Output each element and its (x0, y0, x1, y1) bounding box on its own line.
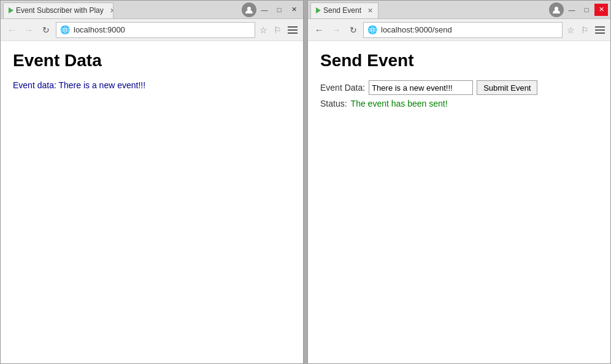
hamburger-icon-2 (595, 26, 605, 34)
tab-2[interactable]: Send Event ✕ (310, 2, 379, 18)
minimize-btn-2[interactable]: — (565, 4, 578, 16)
menu-btn-1[interactable] (286, 23, 299, 37)
user-icon-2 (549, 2, 564, 17)
submit-event-button[interactable]: Submit Event (477, 80, 537, 95)
title-bar-2: Send Event ✕ — □ ✕ (308, 1, 610, 19)
back-btn-1[interactable]: ← (4, 23, 19, 37)
address-text-1: localhost:9000 (74, 25, 125, 34)
page-title-2: Send Event (320, 51, 598, 70)
star-icon-2[interactable]: ☆ (565, 25, 577, 35)
title-bar-controls-1: — □ ✕ (242, 2, 301, 17)
event-value-1: There is a new event!!! (58, 80, 145, 90)
page-content-1: Event Data Event data: There is a new ev… (1, 41, 303, 363)
status-row: Status: The event has been sent! (320, 99, 598, 108)
globe-icon-1: 🌐 (60, 25, 70, 34)
address-text-2: localhost:9000/send (381, 25, 452, 34)
menu-btn-2[interactable] (593, 23, 607, 37)
forward-btn-2[interactable]: → (329, 23, 344, 37)
forward-btn-1[interactable]: → (21, 23, 36, 37)
reload-btn-2[interactable]: ↻ (346, 23, 361, 37)
form-row-1: Event Data: Submit Event (320, 80, 598, 95)
close-btn-1[interactable]: ✕ (287, 4, 301, 16)
browser-window-2: Send Event ✕ — □ ✕ ← → ↻ 🌐 localhost:900… (307, 0, 611, 364)
hamburger-icon-1 (288, 26, 298, 34)
title-bar-controls-2: — □ ✕ (549, 2, 608, 17)
address-bar-2[interactable]: 🌐 localhost:9000/send (363, 22, 563, 38)
back-btn-2[interactable]: ← (312, 23, 326, 37)
bookmark-icon-1[interactable]: ⚐ (272, 25, 283, 35)
title-bar-1: Event Subscriber with Play ✕ — □ ✕ (1, 1, 303, 19)
play-icon-2 (316, 7, 321, 13)
user-icon-1 (242, 2, 256, 17)
maximize-btn-1[interactable]: □ (272, 4, 286, 16)
star-icon-1[interactable]: ☆ (258, 25, 269, 35)
play-icon-1 (9, 7, 13, 13)
tab-close-1[interactable]: ✕ (110, 7, 113, 15)
bookmark-icon-2[interactable]: ⚐ (579, 25, 591, 35)
status-label: Status: (320, 99, 347, 108)
maximize-btn-2[interactable]: □ (580, 4, 593, 16)
browser-window-1: Event Subscriber with Play ✕ — □ ✕ ← → ↻… (0, 0, 304, 364)
address-bar-1[interactable]: 🌐 localhost:9000 (56, 22, 255, 38)
status-value: The event has been sent! (351, 99, 448, 108)
tab-label-2: Send Event (323, 6, 361, 15)
tab-label-1: Event Subscriber with Play (16, 6, 104, 15)
minimize-btn-1[interactable]: — (258, 4, 271, 16)
close-btn-2[interactable]: ✕ (594, 4, 608, 16)
reload-btn-1[interactable]: ↻ (39, 23, 53, 37)
nav-bar-1: ← → ↻ 🌐 localhost:9000 ☆ ⚐ (1, 19, 303, 41)
event-label-1: Event data: (13, 80, 58, 90)
event-data-label: Event Data: (320, 83, 365, 93)
tab-close-2[interactable]: ✕ (367, 7, 373, 15)
tab-1[interactable]: Event Subscriber with Play ✕ (3, 2, 113, 18)
page-title-1: Event Data (13, 51, 291, 70)
page-content-2: Send Event Event Data: Submit Event Stat… (308, 41, 610, 363)
event-data-input[interactable] (369, 80, 473, 95)
nav-bar-2: ← → ↻ 🌐 localhost:9000/send ☆ ⚐ (308, 19, 610, 41)
event-data-line-1: Event data: There is a new event!!! (13, 80, 291, 90)
globe-icon-2: 🌐 (367, 25, 377, 34)
